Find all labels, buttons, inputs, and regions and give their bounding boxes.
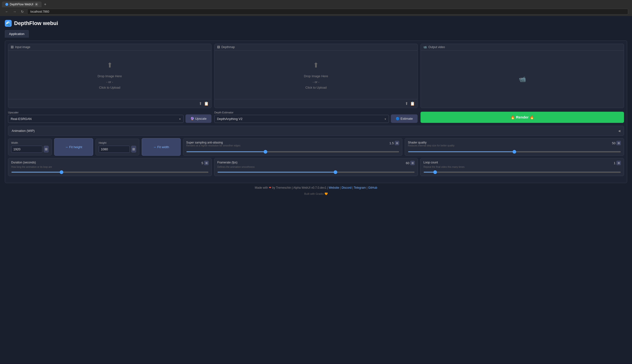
framerate-slider[interactable] (217, 172, 415, 173)
width-box: Width ⊞ (8, 139, 52, 156)
click-text-1: Click to Upload (99, 85, 120, 90)
loop-count-value: 1 (614, 161, 615, 165)
footer-made-with: Made with (255, 186, 268, 190)
framerate-value-display: 60 ⊞ (406, 161, 415, 165)
framerate-desc: Defines the animation smoothness (217, 166, 415, 168)
duration-box: Duration (seconds) 5 ⊞ How long the anim… (8, 158, 212, 176)
upload-btn-2[interactable]: ⬆ (405, 101, 408, 106)
shader-quality-box: Shader quality Reduces internal step siz… (405, 138, 624, 156)
tab-application[interactable]: Application (5, 30, 29, 38)
animation-section-header[interactable]: Animation (WIP) ◀ (8, 126, 624, 136)
tab-title: DepthFlow WebUI (10, 3, 33, 6)
depthmap-footer: ⬆ 📋 (215, 99, 418, 108)
height-input[interactable] (99, 146, 130, 153)
height-label: Height (99, 141, 136, 144)
shader-quality-header: Shader quality Reduces internal step siz… (408, 141, 621, 148)
ssaa-box: Super sampling anti-aliasing Renders at … (183, 138, 402, 156)
duration-header: Duration (seconds) 5 ⊞ (11, 161, 209, 165)
settings-grid: Width ⊞ ↔ Fit height Height ⊞ ↔ Fit widt… (8, 138, 624, 156)
depth-estimator-container: Depth Estimator DepthAnything V2 (214, 111, 389, 123)
framerate-spin-btn[interactable]: ⊞ (410, 161, 415, 165)
depthmap-upload-area[interactable]: ⬆ Drop Image Here - or - Click to Upload (215, 50, 418, 99)
input-image-panel: 🖼 Input image ⬆ Drop Image Here - or - C… (8, 44, 211, 108)
clipboard-btn-1[interactable]: 📋 (204, 101, 209, 106)
drop-text-1: Drop Image Here (98, 73, 122, 79)
duration-spin-btn[interactable]: ⊞ (204, 161, 209, 165)
depthmap-panel: 🖼 Depthmap ⬆ Drop Image Here - or - Clic… (214, 44, 418, 108)
width-input[interactable] (11, 146, 42, 153)
loop-count-box: Loop count 1 ⊞ Repeat the final video th… (420, 158, 624, 176)
upload-row: 🖼 Input image ⬆ Drop Image Here - or - C… (8, 44, 624, 108)
forward-button[interactable]: → (12, 9, 18, 14)
upload-btn-1[interactable]: ⬆ (199, 101, 202, 106)
footer-website[interactable]: Website (329, 186, 339, 190)
estimate-button[interactable]: 🔵 Estimate (391, 114, 418, 123)
loop-count-desc: Repeat the final video this many times (423, 166, 621, 168)
app-footer: Made with ❤ by Tremeschin | Alpha WebUI … (5, 183, 627, 192)
or-text-1: - or - (107, 79, 113, 85)
animation-title: Animation (WIP) (12, 129, 35, 132)
ssaa-value-display: 1.5 ⊞ (389, 141, 399, 145)
ssaa-value-num: 1.5 (389, 141, 394, 145)
footer-sep3: | (367, 186, 367, 190)
logo-emoji: 🌊 (6, 21, 11, 26)
gradio-text: Built with Gradio 🧡 (304, 192, 328, 195)
click-text-2: Click to Upload (305, 85, 327, 90)
estimator-row: Depth Estimator DepthAnything V2 🔵 Estim… (214, 111, 418, 123)
controls-main: Upscaler Real-ESRGAN 🔮 Upscale Depth Est… (8, 111, 624, 123)
app-title: DepthFlow webui (14, 20, 58, 26)
render-col: 🔥 Render 🔥 (421, 111, 624, 123)
shader-quality-label: Shader quality (408, 141, 455, 144)
footer-sep1: | (340, 186, 341, 190)
shader-spin-btn[interactable]: ⊞ (616, 141, 621, 145)
loop-count-slider[interactable] (423, 172, 621, 173)
width-spin-btn[interactable]: ⊞ (44, 146, 49, 152)
fit-width-button[interactable]: ↔ Fit width (142, 138, 181, 156)
back-button[interactable]: ← (4, 9, 10, 14)
height-spin-btn[interactable]: ⊞ (131, 146, 136, 152)
or-text-2: - or - (312, 79, 319, 85)
footer-telegram[interactable]: Telegram (354, 186, 366, 190)
duration-slider[interactable] (11, 172, 209, 173)
url-bar[interactable] (27, 9, 628, 14)
ssaa-slider[interactable] (186, 151, 399, 152)
framerate-box: Framerate (fps) 60 ⊞ Defines the animati… (214, 158, 418, 176)
upscaler-select[interactable]: Real-ESRGAN (8, 115, 184, 123)
footer-sep2: | (352, 186, 353, 190)
output-video-label: Output video (428, 46, 445, 49)
upscale-button[interactable]: 🔮 Upscale (185, 114, 211, 123)
input-image-label: Input image (15, 46, 30, 49)
tabs-bar: Application (5, 30, 627, 38)
upload-arrow-icon-2: ⬆ (313, 59, 319, 72)
depth-estimator-select-wrapper: DepthAnything V2 (214, 115, 389, 123)
tab-close-btn[interactable]: ✕ (35, 3, 38, 6)
depthmap-label: Depthmap (221, 46, 235, 49)
output-video-panel: 📹 Output video 📹 (421, 44, 624, 108)
clipboard-btn-2[interactable]: 📋 (410, 101, 415, 106)
input-image-upload-area[interactable]: ⬆ Drop Image Here - or - Click to Upload (8, 50, 211, 99)
fit-height-button[interactable]: ↔ Fit height (54, 138, 93, 156)
height-value-row: ⊞ (99, 146, 136, 153)
logo-icon: 🌊 (5, 20, 12, 27)
active-tab[interactable]: DepthFlow WebUI ✕ (2, 2, 42, 7)
video-area: 📹 (421, 50, 624, 108)
shader-quality-slider[interactable] (408, 151, 621, 152)
input-image-header: 🖼 Input image (8, 44, 211, 50)
depth-estimator-select[interactable]: DepthAnything V2 (214, 115, 389, 123)
video-placeholder-icon: 📹 (519, 76, 526, 82)
loop-count-spin-btn[interactable]: ⊞ (616, 161, 621, 165)
duration-value-display: 5 ⊞ (201, 161, 209, 165)
new-tab-button[interactable]: + (43, 2, 48, 6)
render-button[interactable]: 🔥 Render 🔥 (421, 112, 624, 123)
ssaa-label: Super sampling anti-aliasing (186, 141, 240, 144)
loop-count-label: Loop count (423, 161, 438, 165)
ssaa-spin-btn[interactable]: ⊞ (395, 141, 399, 145)
width-value-row: ⊞ (11, 146, 49, 153)
refresh-button[interactable]: ↻ (20, 9, 25, 14)
shader-quality-num: 50 (612, 141, 615, 145)
footer-github[interactable]: GitHub (368, 186, 377, 190)
footer-discord[interactable]: Discord (342, 186, 352, 190)
browser-chrome: DepthFlow WebUI ✕ + ← → ↻ (0, 0, 632, 16)
framerate-label: Framerate (fps) (217, 161, 237, 165)
image-icon: 🖼 (11, 46, 14, 49)
